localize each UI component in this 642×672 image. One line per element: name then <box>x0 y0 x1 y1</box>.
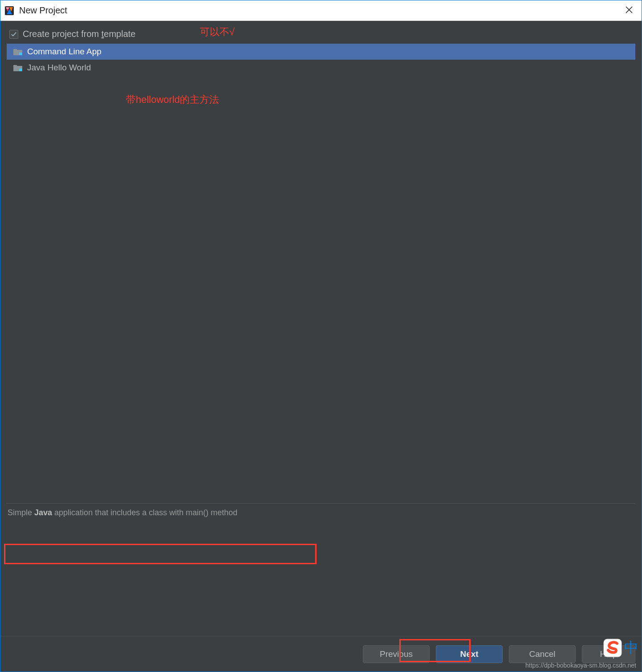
titlebar: New Project <box>0 0 642 21</box>
wizard-button-bar: Previous Next Cancel Help <box>0 636 642 672</box>
close-button[interactable] <box>621 4 637 17</box>
window-title: New Project <box>19 5 67 16</box>
create-from-template-row[interactable]: Create project from template <box>7 27 635 44</box>
sogou-icon <box>603 638 622 658</box>
intellij-icon <box>4 5 15 16</box>
cancel-button[interactable]: Cancel <box>509 645 576 663</box>
svg-rect-7 <box>19 53 22 55</box>
content-area: Create project from template Command Lin… <box>0 21 642 672</box>
new-project-window: New Project Create project from template <box>0 0 642 672</box>
ime-badge: 中 <box>601 638 641 658</box>
svg-rect-8 <box>19 69 22 71</box>
template-java-hello-world[interactable]: Java Hello World <box>7 60 635 76</box>
template-list: Command Line App Java Hello World <box>7 44 635 76</box>
create-from-template-checkbox[interactable] <box>9 30 18 39</box>
ime-mode: 中 <box>624 638 638 658</box>
template-label: Command Line App <box>27 47 102 57</box>
create-from-template-label: Create project from template <box>23 29 135 39</box>
template-description: Simple Java application that includes a … <box>7 503 635 582</box>
folder-icon <box>13 47 23 56</box>
previous-button[interactable]: Previous <box>363 645 430 663</box>
checkmark-icon <box>11 31 17 37</box>
next-button[interactable]: Next <box>436 645 503 663</box>
folder-icon <box>13 63 23 72</box>
template-command-line-app[interactable]: Command Line App <box>7 44 635 60</box>
template-label: Java Hello World <box>27 63 91 73</box>
close-icon <box>626 6 633 13</box>
svg-rect-4 <box>6 8 9 8</box>
